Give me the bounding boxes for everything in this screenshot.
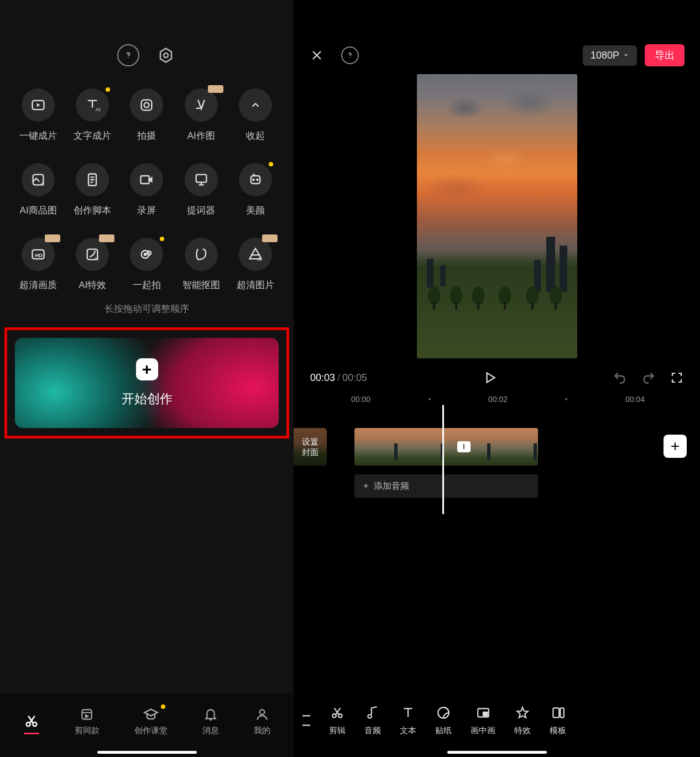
bottom-nav: 剪同款 创作课堂 消息 我的 xyxy=(0,693,294,757)
home-panel: 一键成片 AI文字成片 拍摄 AI作图 收起 AIAI商品图 创作脚本 录屏 提… xyxy=(0,0,294,757)
star-icon xyxy=(514,704,531,721)
nav-effect-tab[interactable]: 特效 xyxy=(514,704,531,736)
nav-edit[interactable] xyxy=(23,713,40,729)
scissors-icon xyxy=(329,704,346,721)
playhead[interactable] xyxy=(442,405,444,514)
svg-point-24 xyxy=(33,722,36,726)
clip-handle-icon[interactable]: I xyxy=(457,441,471,452)
music-icon xyxy=(364,704,381,721)
tool-one-click-movie[interactable]: 一键成片 xyxy=(11,88,65,142)
nav-edit-tab[interactable]: 剪辑 xyxy=(329,704,346,736)
text-icon xyxy=(400,704,416,721)
notify-dot-icon xyxy=(106,87,110,92)
nav-pip-tab[interactable]: 画中画 xyxy=(471,704,495,736)
tool-label: 收起 xyxy=(246,129,265,142)
home-indicator xyxy=(97,751,197,754)
nav-label: 消息 xyxy=(202,725,219,736)
tool-smart-cutout[interactable]: 智能抠图 xyxy=(174,238,228,291)
settings-icon[interactable] xyxy=(155,44,177,66)
tool-co-shoot[interactable]: 一起拍 xyxy=(119,238,174,291)
tool-hd-image[interactable]: AI超清图片 xyxy=(228,238,283,291)
pip-icon xyxy=(475,704,492,721)
tool-text-movie[interactable]: AI文字成片 xyxy=(65,88,119,142)
svg-point-6 xyxy=(144,103,149,108)
tool-create-script[interactable]: 创作脚本 xyxy=(65,163,119,217)
home-indicator xyxy=(447,751,547,754)
start-create-button[interactable]: + 开始创作 xyxy=(15,338,279,428)
add-audio-button[interactable]: + 添加音频 xyxy=(354,474,538,498)
tool-ai-effect[interactable]: AIAI特效 xyxy=(65,238,119,291)
template-icon xyxy=(550,704,566,721)
nav-label: 剪同款 xyxy=(75,725,100,736)
scissors-icon xyxy=(23,713,40,729)
ruler-tick-label: 00:04 xyxy=(625,395,645,404)
undo-button[interactable] xyxy=(613,370,627,385)
nav-template-tab[interactable]: 模板 xyxy=(550,704,566,736)
nav-messages[interactable]: 消息 xyxy=(202,707,219,736)
nav-classroom[interactable]: 创作课堂 xyxy=(134,707,168,736)
nav-label: 我的 xyxy=(254,725,270,736)
svg-rect-11 xyxy=(196,175,206,182)
tool-teleprompter[interactable]: 提词器 xyxy=(174,163,228,217)
help-icon[interactable] xyxy=(341,46,359,64)
tool-grid: 一键成片 AI文字成片 拍摄 AI作图 收起 AIAI商品图 创作脚本 录屏 提… xyxy=(0,72,294,297)
svg-rect-5 xyxy=(142,100,152,111)
tool-ai-drawing[interactable]: AI作图 xyxy=(174,88,228,142)
nav-profile[interactable]: 我的 xyxy=(254,707,270,736)
nav-label: 剪辑 xyxy=(329,725,346,736)
tool-label: 拍摄 xyxy=(137,129,156,142)
plus-icon: + xyxy=(136,358,158,380)
editor-bottom-nav: 剪辑 音频 文本 贴纸 画中画 特效 模板 xyxy=(294,693,700,757)
help-icon[interactable] xyxy=(117,44,139,66)
timeline-area[interactable]: 设置 封面 I + 添加音频 + xyxy=(294,409,700,536)
nav-sticker-tab[interactable]: 贴纸 xyxy=(435,704,452,736)
tool-beauty[interactable]: 美颜 xyxy=(228,163,283,217)
tool-label: AI商品图 xyxy=(20,204,57,217)
tool-hd-quality[interactable]: HD超清画质 xyxy=(11,238,65,291)
start-create-label: 开始创作 xyxy=(122,390,173,408)
ruler-tick-label: 00:02 xyxy=(488,395,508,404)
ruler-tick xyxy=(565,398,567,400)
notify-dot-icon xyxy=(160,237,164,241)
new-badge-icon xyxy=(99,234,114,242)
add-audio-label: 添加音频 xyxy=(374,481,409,492)
close-icon[interactable] xyxy=(309,48,325,63)
graduation-icon xyxy=(143,707,159,722)
chevron-down-icon xyxy=(623,52,629,59)
redo-button[interactable] xyxy=(641,370,656,385)
resolution-button[interactable]: 1080P xyxy=(583,45,637,66)
svg-point-21 xyxy=(144,253,147,255)
add-clip-button[interactable]: + xyxy=(664,435,687,458)
export-button[interactable]: 导出 xyxy=(645,44,685,66)
nav-label: 贴纸 xyxy=(435,725,452,736)
start-create-highlight: + 开始创作 xyxy=(4,327,289,438)
video-clip[interactable]: I xyxy=(354,428,538,466)
nav-partial[interactable] xyxy=(302,712,310,729)
svg-text:AI: AI xyxy=(95,257,99,262)
preview-area xyxy=(294,72,700,361)
tool-ai-product-image[interactable]: AIAI商品图 xyxy=(11,163,65,217)
ruler-tick xyxy=(429,398,431,400)
svg-point-26 xyxy=(260,709,265,714)
notify-dot-icon xyxy=(269,162,273,166)
video-preview[interactable] xyxy=(417,74,577,358)
nav-label: 特效 xyxy=(514,725,531,736)
nav-label: 模板 xyxy=(550,725,566,736)
reorder-hint: 长按拖动可调整顺序 xyxy=(0,302,294,315)
new-badge-icon xyxy=(45,234,60,242)
time-duration: 00:05 xyxy=(342,372,367,383)
nav-audio-tab[interactable]: 音频 xyxy=(364,704,381,736)
nav-text-tab[interactable]: 文本 xyxy=(400,704,416,736)
fullscreen-button[interactable] xyxy=(670,371,683,384)
set-cover-button[interactable]: 设置 封面 xyxy=(294,428,327,466)
tool-camera[interactable]: 拍摄 xyxy=(119,88,174,142)
play-button[interactable] xyxy=(483,370,497,385)
svg-marker-1 xyxy=(160,49,171,62)
tool-label: AI作图 xyxy=(187,129,215,142)
tool-collapse[interactable]: 收起 xyxy=(228,88,283,142)
tool-screen-record[interactable]: 录屏 xyxy=(119,163,174,217)
nav-label: 文本 xyxy=(400,725,416,736)
nav-template[interactable]: 剪同款 xyxy=(75,707,100,736)
resolution-label: 1080P xyxy=(591,50,619,61)
svg-point-2 xyxy=(164,53,168,58)
